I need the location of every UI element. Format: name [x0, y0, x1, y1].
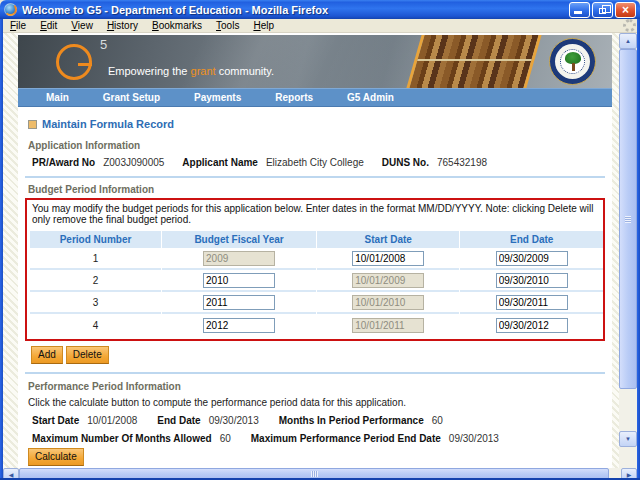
main-nav: Main Grant Setup Payments Reports G5 Adm…: [18, 88, 612, 107]
menu-view[interactable]: View: [65, 19, 99, 32]
g5-banner: 5 Empowering the grant community.: [18, 35, 612, 88]
tagline-prefix: Empowering the: [108, 65, 191, 77]
nav-grant-setup[interactable]: Grant Setup: [103, 92, 160, 103]
max-months-label: Maximum Number Of Months Allowed: [32, 433, 212, 444]
menu-edit[interactable]: Edit: [34, 19, 63, 32]
page-content: Maintain Formula Record Application Info…: [18, 118, 612, 468]
calculate-row: Calculate: [28, 448, 605, 466]
start-date-input-4: [352, 318, 424, 333]
minimize-icon: [574, 11, 582, 14]
restore-button[interactable]: [592, 2, 613, 18]
vertical-scroll-thumb[interactable]: [619, 49, 637, 389]
nav-main[interactable]: Main: [46, 92, 69, 103]
perf-end-date-label: End Date: [157, 415, 200, 426]
max-months-value: 60: [220, 433, 231, 444]
section-divider: [25, 176, 605, 178]
budget-period-heading: Budget Period Information: [28, 184, 605, 195]
application-info-heading: Application Information: [28, 140, 605, 151]
budget-period-table: Period Number Budget Fiscal Year Start D…: [30, 231, 600, 336]
vertical-scrollbar[interactable]: ▲ ▼: [619, 33, 637, 468]
nav-payments[interactable]: Payments: [194, 92, 241, 103]
browser-viewport: 5 Empowering the grant community. Main G…: [3, 33, 619, 468]
budget-period-alert-box: You may modify the budget periods for th…: [25, 198, 605, 341]
start-date-input-1[interactable]: [352, 251, 424, 266]
window-title: Welcome to G5 - Department of Education …: [22, 4, 569, 16]
col-header-start-date: Start Date: [317, 231, 460, 248]
title-bar: Welcome to G5 - Department of Education …: [0, 0, 640, 19]
window-border-left: [0, 19, 3, 480]
bookshelf-photo: [406, 35, 541, 88]
g5-logo-icon: [56, 44, 92, 80]
menu-history[interactable]: History: [101, 19, 144, 32]
start-date-input-2: [352, 273, 424, 288]
menu-file[interactable]: File: [4, 19, 32, 32]
end-date-input-1[interactable]: [496, 251, 568, 266]
perf-start-date-value: 10/01/2008: [87, 415, 137, 426]
perf-end-date-value: 09/30/2013: [209, 415, 259, 426]
performance-line-1: Start Date 10/01/2008 End Date 09/30/201…: [32, 415, 605, 426]
budget-instruction: You may modify the budget periods for th…: [30, 202, 600, 226]
application-info-fields: PR/Award No Z003J090005 Applicant Name E…: [32, 157, 605, 168]
nav-g5-admin[interactable]: G5 Admin: [347, 92, 394, 103]
tagline-highlight: grant: [191, 65, 216, 77]
banner-tagline: Empowering the grant community.: [108, 65, 274, 77]
fiscal-year-input-3[interactable]: [203, 295, 275, 310]
fiscal-year-input-1: [203, 251, 275, 266]
close-button[interactable]: ×: [615, 2, 636, 18]
col-header-fiscal-year: Budget Fiscal Year: [162, 231, 316, 248]
fiscal-year-input-2[interactable]: [203, 273, 275, 288]
page-title-row: Maintain Formula Record: [28, 118, 605, 130]
duns-value: 765432198: [437, 157, 487, 168]
performance-line-2: Maximum Number Of Months Allowed 60 Maxi…: [32, 433, 605, 444]
perf-start-date-label: Start Date: [32, 415, 79, 426]
menu-bar: File Edit View History Bookmarks Tools H…: [0, 19, 640, 33]
section-divider: [25, 372, 605, 374]
col-header-period-number: Period Number: [30, 231, 161, 248]
col-header-end-date: End Date: [460, 231, 603, 248]
end-date-input-2[interactable]: [496, 273, 568, 288]
activity-throbber-icon: [623, 19, 636, 32]
applicant-name-value: Elizabeth City College: [266, 157, 364, 168]
minimize-button[interactable]: [569, 2, 590, 18]
performance-period-heading: Performance Period Information: [28, 381, 605, 392]
months-in-period-value: 60: [432, 415, 443, 426]
period-number-1: 1: [30, 248, 161, 270]
period-number-3: 3: [30, 292, 161, 314]
menu-help[interactable]: Help: [247, 19, 280, 32]
window-controls: ×: [569, 2, 636, 18]
start-date-input-3: [352, 295, 424, 310]
pr-award-value: Z003J090005: [103, 157, 164, 168]
g5-webpage: 5 Empowering the grant community. Main G…: [18, 33, 612, 468]
tagline-suffix: community.: [216, 65, 274, 77]
restore-icon: [599, 8, 606, 14]
browser-window: Welcome to G5 - Department of Education …: [0, 0, 640, 480]
firefox-icon: [4, 3, 17, 16]
calculate-button[interactable]: Calculate: [28, 448, 84, 466]
max-perf-end-date-value: 09/30/2013: [449, 433, 499, 444]
page-title: Maintain Formula Record: [42, 118, 174, 130]
period-number-2: 2: [30, 270, 161, 292]
scroll-down-icon[interactable]: ▼: [619, 431, 637, 447]
period-number-4: 4: [30, 314, 161, 336]
fiscal-year-input-4[interactable]: [203, 318, 275, 333]
months-in-period-label: Months In Period Performance: [279, 415, 424, 426]
end-date-input-3[interactable]: [496, 295, 568, 310]
add-button[interactable]: Add: [31, 346, 63, 364]
g5-logo-number: 5: [100, 37, 107, 52]
pr-award-label: PR/Award No: [32, 157, 95, 168]
scroll-up-icon[interactable]: ▲: [619, 33, 637, 49]
menu-bookmarks[interactable]: Bookmarks: [146, 19, 208, 32]
record-bullet-icon: [28, 120, 37, 129]
max-perf-end-date-label: Maximum Performance Period End Date: [251, 433, 441, 444]
seal-tree-trunk: [572, 63, 575, 71]
performance-instruction: Click the calculate button to compute th…: [28, 397, 605, 408]
delete-button[interactable]: Delete: [66, 346, 109, 364]
department-of-education-seal-icon: [549, 38, 596, 85]
nav-reports[interactable]: Reports: [275, 92, 313, 103]
menu-tools[interactable]: Tools: [210, 19, 245, 32]
duns-label: DUNS No.: [382, 157, 429, 168]
table-buttons: Add Delete: [31, 346, 605, 364]
applicant-name-label: Applicant Name: [182, 157, 258, 168]
end-date-input-4[interactable]: [496, 318, 568, 333]
